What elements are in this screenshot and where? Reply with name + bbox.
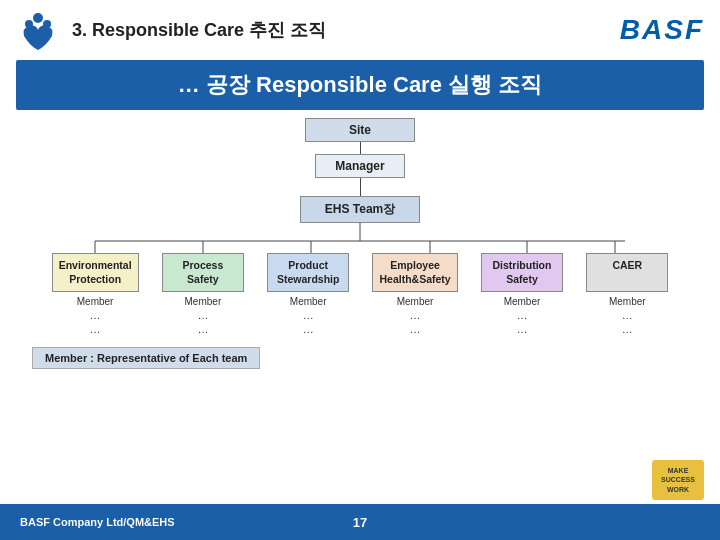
env-box: Environmental Protection <box>52 253 139 292</box>
distribution-dots2: … <box>516 323 527 335</box>
env-dots2: … <box>90 323 101 335</box>
caer-dots2: … <box>622 323 633 335</box>
distribution-line1: Distribution <box>493 259 552 271</box>
process-dots1: … <box>197 309 208 321</box>
caer-member: Member <box>609 296 646 307</box>
basf-logo-icon <box>16 8 60 52</box>
product-member: Member <box>290 296 327 307</box>
footer-page: 17 <box>247 515 474 530</box>
msw-line2: SUCCESS <box>661 475 695 484</box>
caer-line1: CAER <box>612 259 642 271</box>
caer-line2 <box>626 273 629 285</box>
employee-line1: Employee <box>390 259 440 271</box>
employee-box: Employee Health&Safety <box>372 253 457 292</box>
product-box: Product Stewardship <box>267 253 349 292</box>
connector-manager-ehs <box>360 178 361 196</box>
msw-badge: MAKE SUCCESS WORK <box>652 460 704 500</box>
org-connectors <box>40 223 680 253</box>
banner: … 공장 Responsible Care 실행 조직 <box>16 60 704 110</box>
employee-member: Member <box>397 296 434 307</box>
children-row: Environmental Protection Member … … Proc… <box>40 253 680 335</box>
distribution-dots1: … <box>516 309 527 321</box>
child-col-distribution: Distribution Safety Member … … <box>481 253 563 335</box>
product-line1: Product <box>288 259 328 271</box>
ehs-box: EHS Team장 <box>300 196 420 223</box>
msw-line1: MAKE <box>668 466 689 475</box>
env-member: Member <box>77 296 114 307</box>
child-col-employee: Employee Health&Safety Member … … <box>372 253 457 335</box>
site-box: Site <box>305 118 415 142</box>
caer-dots1: … <box>622 309 633 321</box>
product-dots2: … <box>303 323 314 335</box>
child-col-process: Process Safety Member … … <box>162 253 244 335</box>
caer-box: CAER <box>586 253 668 292</box>
footer-left: BASF Company Ltd/QM&EHS <box>20 516 247 528</box>
env-dots1: … <box>90 309 101 321</box>
distribution-line2: Safety <box>506 273 538 285</box>
org-chart: Site Manager EHS Team장 Environmental Pro… <box>0 118 720 335</box>
process-member: Member <box>185 296 222 307</box>
svg-point-0 <box>33 13 43 23</box>
process-dots2: … <box>197 323 208 335</box>
footer-bar: BASF Company Ltd/QM&EHS 17 <box>0 504 720 540</box>
process-box: Process Safety <box>162 253 244 292</box>
product-dots1: … <box>303 309 314 321</box>
distribution-member: Member <box>504 296 541 307</box>
child-col-caer: CAER Member … … <box>586 253 668 335</box>
child-col-product: Product Stewardship Member … … <box>267 253 349 335</box>
header: 3. Responsible Care 추진 조직 BASF <box>0 0 720 56</box>
manager-box: Manager <box>315 154 405 178</box>
distribution-box: Distribution Safety <box>481 253 563 292</box>
env-line1: Environmental <box>59 259 132 271</box>
employee-dots1: … <box>410 309 421 321</box>
member-note-container: Member : Representative of Each team <box>16 341 704 369</box>
basf-logo-text: BASF <box>620 14 704 46</box>
product-line2: Stewardship <box>277 273 339 285</box>
process-line2: Safety <box>187 273 219 285</box>
member-note: Member : Representative of Each team <box>32 347 260 369</box>
child-col-env: Environmental Protection Member … … <box>52 253 139 335</box>
employee-line2: Health&Safety <box>379 273 450 285</box>
process-line1: Process <box>182 259 223 271</box>
connector-site-manager <box>360 142 361 154</box>
page-title: 3. Responsible Care 추진 조직 <box>72 18 620 42</box>
msw-line3: WORK <box>667 485 689 494</box>
employee-dots2: … <box>410 323 421 335</box>
env-line2: Protection <box>69 273 121 285</box>
